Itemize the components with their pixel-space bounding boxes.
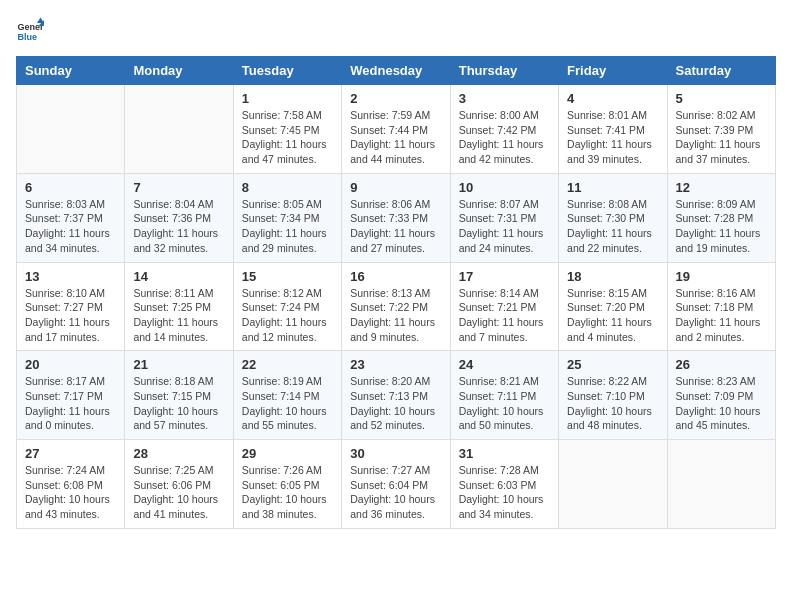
logo: General Blue [16,16,52,44]
calendar-cell: 27Sunrise: 7:24 AM Sunset: 6:08 PM Dayli… [17,440,125,529]
day-number: 9 [350,180,441,195]
calendar-cell: 25Sunrise: 8:22 AM Sunset: 7:10 PM Dayli… [559,351,667,440]
calendar-cell: 7Sunrise: 8:04 AM Sunset: 7:36 PM Daylig… [125,173,233,262]
calendar-cell: 14Sunrise: 8:11 AM Sunset: 7:25 PM Dayli… [125,262,233,351]
day-number: 20 [25,357,116,372]
day-number: 26 [676,357,767,372]
day-info: Sunrise: 8:15 AM Sunset: 7:20 PM Dayligh… [567,286,658,345]
day-info: Sunrise: 8:03 AM Sunset: 7:37 PM Dayligh… [25,197,116,256]
calendar-cell: 21Sunrise: 8:18 AM Sunset: 7:15 PM Dayli… [125,351,233,440]
day-info: Sunrise: 8:05 AM Sunset: 7:34 PM Dayligh… [242,197,333,256]
day-number: 4 [567,91,658,106]
calendar-cell: 30Sunrise: 7:27 AM Sunset: 6:04 PM Dayli… [342,440,450,529]
calendar-cell: 3Sunrise: 8:00 AM Sunset: 7:42 PM Daylig… [450,85,558,174]
day-info: Sunrise: 8:22 AM Sunset: 7:10 PM Dayligh… [567,374,658,433]
day-number: 16 [350,269,441,284]
calendar-cell: 23Sunrise: 8:20 AM Sunset: 7:13 PM Dayli… [342,351,450,440]
calendar-cell [559,440,667,529]
calendar-cell: 19Sunrise: 8:16 AM Sunset: 7:18 PM Dayli… [667,262,775,351]
day-number: 1 [242,91,333,106]
calendar-table: SundayMondayTuesdayWednesdayThursdayFrid… [16,56,776,529]
calendar-cell: 16Sunrise: 8:13 AM Sunset: 7:22 PM Dayli… [342,262,450,351]
calendar-cell: 12Sunrise: 8:09 AM Sunset: 7:28 PM Dayli… [667,173,775,262]
calendar-cell: 20Sunrise: 8:17 AM Sunset: 7:17 PM Dayli… [17,351,125,440]
day-info: Sunrise: 8:17 AM Sunset: 7:17 PM Dayligh… [25,374,116,433]
day-number: 5 [676,91,767,106]
day-number: 22 [242,357,333,372]
day-number: 30 [350,446,441,461]
day-info: Sunrise: 8:14 AM Sunset: 7:21 PM Dayligh… [459,286,550,345]
weekday-header: Monday [125,57,233,85]
calendar-header: SundayMondayTuesdayWednesdayThursdayFrid… [17,57,776,85]
calendar-cell: 11Sunrise: 8:08 AM Sunset: 7:30 PM Dayli… [559,173,667,262]
day-number: 23 [350,357,441,372]
day-info: Sunrise: 8:00 AM Sunset: 7:42 PM Dayligh… [459,108,550,167]
weekday-header: Saturday [667,57,775,85]
day-number: 27 [25,446,116,461]
weekday-header: Friday [559,57,667,85]
day-number: 2 [350,91,441,106]
calendar-cell: 15Sunrise: 8:12 AM Sunset: 7:24 PM Dayli… [233,262,341,351]
day-info: Sunrise: 8:07 AM Sunset: 7:31 PM Dayligh… [459,197,550,256]
calendar-cell: 9Sunrise: 8:06 AM Sunset: 7:33 PM Daylig… [342,173,450,262]
day-info: Sunrise: 7:59 AM Sunset: 7:44 PM Dayligh… [350,108,441,167]
day-number: 24 [459,357,550,372]
day-info: Sunrise: 7:24 AM Sunset: 6:08 PM Dayligh… [25,463,116,522]
day-info: Sunrise: 7:26 AM Sunset: 6:05 PM Dayligh… [242,463,333,522]
day-number: 12 [676,180,767,195]
day-info: Sunrise: 8:02 AM Sunset: 7:39 PM Dayligh… [676,108,767,167]
day-number: 29 [242,446,333,461]
day-info: Sunrise: 8:06 AM Sunset: 7:33 PM Dayligh… [350,197,441,256]
day-info: Sunrise: 8:18 AM Sunset: 7:15 PM Dayligh… [133,374,224,433]
day-number: 10 [459,180,550,195]
day-number: 3 [459,91,550,106]
calendar-cell: 6Sunrise: 8:03 AM Sunset: 7:37 PM Daylig… [17,173,125,262]
weekday-header: Thursday [450,57,558,85]
calendar-cell: 18Sunrise: 8:15 AM Sunset: 7:20 PM Dayli… [559,262,667,351]
svg-text:Blue: Blue [17,32,37,42]
day-number: 21 [133,357,224,372]
day-info: Sunrise: 7:25 AM Sunset: 6:06 PM Dayligh… [133,463,224,522]
calendar-cell: 10Sunrise: 8:07 AM Sunset: 7:31 PM Dayli… [450,173,558,262]
day-number: 13 [25,269,116,284]
day-info: Sunrise: 7:28 AM Sunset: 6:03 PM Dayligh… [459,463,550,522]
day-info: Sunrise: 8:20 AM Sunset: 7:13 PM Dayligh… [350,374,441,433]
calendar-cell: 26Sunrise: 8:23 AM Sunset: 7:09 PM Dayli… [667,351,775,440]
day-number: 8 [242,180,333,195]
calendar-cell: 4Sunrise: 8:01 AM Sunset: 7:41 PM Daylig… [559,85,667,174]
day-info: Sunrise: 8:21 AM Sunset: 7:11 PM Dayligh… [459,374,550,433]
day-number: 28 [133,446,224,461]
logo-icon: General Blue [16,16,44,44]
calendar-cell: 22Sunrise: 8:19 AM Sunset: 7:14 PM Dayli… [233,351,341,440]
calendar-cell: 13Sunrise: 8:10 AM Sunset: 7:27 PM Dayli… [17,262,125,351]
calendar-cell: 5Sunrise: 8:02 AM Sunset: 7:39 PM Daylig… [667,85,775,174]
day-number: 7 [133,180,224,195]
day-info: Sunrise: 8:23 AM Sunset: 7:09 PM Dayligh… [676,374,767,433]
calendar-cell: 28Sunrise: 7:25 AM Sunset: 6:06 PM Dayli… [125,440,233,529]
day-info: Sunrise: 8:13 AM Sunset: 7:22 PM Dayligh… [350,286,441,345]
day-number: 15 [242,269,333,284]
day-info: Sunrise: 8:08 AM Sunset: 7:30 PM Dayligh… [567,197,658,256]
day-info: Sunrise: 8:04 AM Sunset: 7:36 PM Dayligh… [133,197,224,256]
day-number: 6 [25,180,116,195]
calendar-cell: 17Sunrise: 8:14 AM Sunset: 7:21 PM Dayli… [450,262,558,351]
calendar-cell: 24Sunrise: 8:21 AM Sunset: 7:11 PM Dayli… [450,351,558,440]
day-info: Sunrise: 8:01 AM Sunset: 7:41 PM Dayligh… [567,108,658,167]
day-number: 25 [567,357,658,372]
weekday-header: Wednesday [342,57,450,85]
calendar-cell [17,85,125,174]
day-number: 11 [567,180,658,195]
weekday-header: Tuesday [233,57,341,85]
day-info: Sunrise: 8:09 AM Sunset: 7:28 PM Dayligh… [676,197,767,256]
day-number: 18 [567,269,658,284]
day-number: 14 [133,269,224,284]
day-number: 31 [459,446,550,461]
svg-text:General: General [17,22,44,32]
day-info: Sunrise: 8:19 AM Sunset: 7:14 PM Dayligh… [242,374,333,433]
calendar-cell: 1Sunrise: 7:58 AM Sunset: 7:45 PM Daylig… [233,85,341,174]
day-info: Sunrise: 7:27 AM Sunset: 6:04 PM Dayligh… [350,463,441,522]
calendar-cell: 29Sunrise: 7:26 AM Sunset: 6:05 PM Dayli… [233,440,341,529]
calendar-cell [125,85,233,174]
calendar-cell [667,440,775,529]
weekday-header: Sunday [17,57,125,85]
